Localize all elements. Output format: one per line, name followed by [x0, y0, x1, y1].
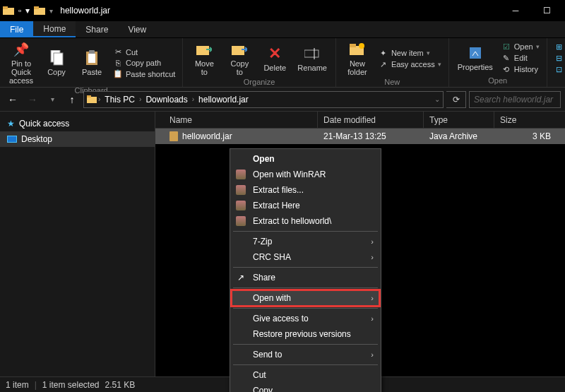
file-size: 3 KB	[494, 131, 565, 141]
easy-access-button[interactable]: ↗Easy access ▾	[377, 59, 443, 70]
sidebar-quick-access[interactable]: ★Quick access	[0, 116, 155, 131]
copy-icon	[48, 49, 65, 66]
ctx-crc-sha[interactable]: CRC SHA›	[232, 249, 379, 265]
separator	[233, 287, 378, 288]
svg-rect-11	[304, 50, 319, 57]
select-none-button[interactable]: ⊟Select none	[553, 53, 565, 64]
winrar-icon	[234, 201, 247, 210]
ctx-send-to[interactable]: Send to›	[232, 347, 379, 362]
column-size[interactable]: Size	[494, 112, 565, 128]
ctx-share[interactable]: ↗Share	[232, 270, 379, 285]
ctx-open-with[interactable]: Open with›	[232, 290, 379, 306]
separator	[233, 364, 378, 365]
maximize-button[interactable]: ☐	[531, 0, 562, 21]
properties-button[interactable]: Properties	[455, 43, 496, 73]
refresh-button[interactable]: ⟳	[446, 91, 466, 108]
delete-button[interactable]: ✕Delete	[259, 44, 290, 73]
pin-quick-access-button[interactable]: 📌Pin to Quick access	[6, 40, 37, 86]
tab-share[interactable]: Share	[76, 21, 118, 37]
breadcrumb-this-pc[interactable]: This PC	[102, 95, 138, 105]
tab-view[interactable]: View	[118, 21, 156, 37]
edit-button[interactable]: ✎Edit	[500, 53, 541, 64]
qat-properties-icon[interactable]: ▾	[25, 6, 30, 16]
properties-icon	[467, 44, 484, 61]
breadcrumb-downloads[interactable]: Downloads	[143, 95, 190, 105]
address-folder-icon	[87, 95, 97, 103]
context-menu: Open Open with WinRAR Extract files... E…	[230, 148, 381, 392]
column-date[interactable]: Date modified	[318, 112, 424, 128]
ctx-cut[interactable]: Cut	[232, 367, 379, 383]
invert-icon: ⊡	[554, 65, 564, 74]
chevron-right-icon: ›	[371, 253, 374, 261]
chevron-right-icon: ›	[371, 350, 374, 359]
svg-rect-14	[350, 44, 356, 47]
file-row[interactable]: helloworld.jar 21-Mar-13 13:25 Java Arch…	[155, 129, 565, 144]
ctx-7zip[interactable]: 7-Zip›	[232, 234, 379, 249]
minimize-button[interactable]: ─	[500, 0, 531, 21]
tab-file[interactable]: File	[0, 21, 33, 37]
address-bar[interactable]: › This PC › Downloads › helloworld.jar ⌄	[83, 91, 444, 108]
svg-rect-1	[3, 6, 8, 9]
sidebar-desktop[interactable]: Desktop	[0, 131, 155, 147]
scissors-icon: ✂	[113, 47, 123, 57]
chevron-right-icon: ›	[371, 294, 374, 302]
ctx-restore[interactable]: Restore previous versions	[232, 326, 379, 342]
group-new: New folder ✦New item ▾ ↗Easy access ▾ Ne…	[336, 38, 449, 87]
qat-dropdown-icon[interactable]: ▾	[49, 7, 53, 15]
search-input[interactable]: Search helloworld.jar	[469, 91, 561, 108]
desktop-icon	[7, 136, 17, 143]
status-item-count: 1 item	[6, 380, 29, 390]
chevron-icon[interactable]: ›	[98, 95, 100, 103]
ctx-extract-to[interactable]: Extract to helloworld\	[232, 213, 379, 229]
paste-button[interactable]: Paste	[76, 48, 107, 78]
tab-home[interactable]: Home	[33, 21, 76, 37]
invert-selection-button[interactable]: ⊡Invert selection	[553, 64, 565, 75]
copy-to-icon	[231, 41, 248, 58]
ctx-give-access[interactable]: Give access to›	[232, 311, 379, 326]
new-folder-icon	[349, 41, 366, 58]
rename-button[interactable]: Rename	[295, 44, 330, 73]
chevron-icon[interactable]: ›	[139, 95, 141, 103]
group-select: ⊞Select all ⊟Select none ⊡Invert selecti…	[547, 38, 565, 87]
svg-rect-9	[196, 46, 209, 55]
file-type: Java Archive	[424, 131, 494, 141]
up-button[interactable]: ↑	[64, 91, 81, 108]
column-name[interactable]: Name	[155, 112, 318, 128]
ctx-copy[interactable]: Copy	[232, 383, 379, 392]
open-button[interactable]: ☑Open ▾	[500, 42, 541, 52]
winrar-icon	[234, 170, 247, 179]
copy-to-button[interactable]: Copy to	[224, 40, 255, 78]
group-clipboard: 📌Pin to Quick access Copy Paste ✂Cut ⎘Co…	[0, 38, 183, 87]
history-button[interactable]: ⟲History	[500, 64, 541, 75]
copy-path-button[interactable]: ⎘Copy path	[112, 58, 177, 68]
new-item-button[interactable]: ✦New item ▾	[377, 48, 443, 59]
back-button[interactable]: ←	[4, 91, 21, 108]
ctx-extract-here[interactable]: Extract Here	[232, 198, 379, 213]
recent-button[interactable]: ▾	[44, 91, 61, 108]
forward-button[interactable]: →	[24, 91, 41, 108]
column-headers: Name Date modified Type Size	[155, 112, 565, 129]
move-icon	[196, 41, 213, 58]
breadcrumb-helloworld[interactable]: helloworld.jar	[196, 95, 251, 105]
svg-point-15	[359, 43, 364, 49]
copy-button[interactable]: Copy	[41, 48, 72, 78]
svg-rect-17	[87, 97, 97, 103]
cut-button[interactable]: ✂Cut	[112, 47, 177, 57]
paste-shortcut-button[interactable]: 📋Paste shortcut	[112, 69, 177, 79]
move-to-button[interactable]: Move to	[189, 40, 220, 78]
shortcut-icon: 📋	[113, 69, 123, 78]
ctx-extract-files[interactable]: Extract files...	[232, 182, 379, 198]
ctx-open[interactable]: Open	[232, 151, 379, 167]
status-size: 2.51 KB	[105, 380, 136, 390]
column-type[interactable]: Type	[424, 112, 494, 128]
select-all-button[interactable]: ⊞Select all	[553, 42, 565, 52]
qat-new-icon[interactable]: ▫	[18, 6, 21, 16]
new-folder-button[interactable]: New folder	[342, 40, 373, 78]
chevron-icon[interactable]: ›	[192, 95, 194, 103]
address-dropdown-icon[interactable]: ⌄	[434, 95, 440, 103]
file-name: helloworld.jar	[182, 131, 232, 141]
ctx-open-winrar[interactable]: Open with WinRAR	[232, 167, 379, 182]
qat-folder-icon[interactable]	[34, 6, 45, 16]
jar-icon	[170, 131, 178, 141]
separator	[233, 231, 378, 232]
